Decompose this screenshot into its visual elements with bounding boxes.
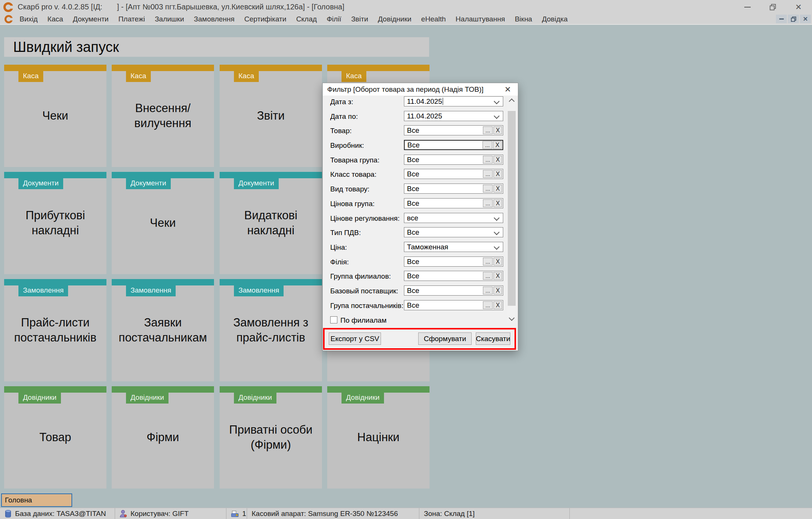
tile-natsinky[interactable]: Націнки Довідники (327, 386, 430, 489)
ellipsis-button[interactable]: ... (483, 185, 493, 193)
clear-button[interactable]: X (493, 258, 502, 266)
scrollbar-thumb[interactable] (508, 111, 516, 306)
mdi-restore-button[interactable] (788, 15, 799, 23)
minimize-button[interactable] (735, 1, 760, 14)
ellipsis-button[interactable]: ... (483, 199, 493, 207)
field-value: 11.04.2025 (407, 112, 442, 120)
tile-zamovlennya-z-prays-lystiv[interactable]: Замовлення з прайс-листів Замовлення (220, 279, 322, 381)
field-label-hrupa-postachalnykiv: Група постачальників: (330, 302, 404, 310)
field-vyrobnyk[interactable]: Все...X (404, 140, 503, 150)
ellipsis-button[interactable]: ... (483, 272, 493, 280)
ellipsis-button[interactable]: ... (483, 170, 493, 178)
clear-button[interactable]: X (493, 170, 502, 178)
tile-firmy[interactable]: Фірми Довідники (112, 386, 214, 489)
menu-item-kasa[interactable]: Каса (47, 15, 63, 23)
field-tovarna-hrupa[interactable]: Все...X (404, 155, 503, 165)
menu-item-ehealth[interactable]: eHealth (421, 15, 446, 23)
ellipsis-button[interactable]: ... (483, 301, 493, 309)
mdi-minimize-button[interactable] (776, 15, 787, 23)
database-icon (5, 510, 12, 518)
clear-button[interactable]: X (493, 126, 502, 134)
tile-vnesennya-vyluchennya[interactable]: Внесення/вилучення Каса (112, 65, 214, 167)
menu-item-dovidka[interactable]: Довідка (542, 15, 568, 23)
tile-category-tag: Каса (18, 71, 43, 82)
status-count-text: 1 (242, 510, 246, 518)
menu-item-dovidnyky[interactable]: Довідники (378, 15, 411, 23)
field-data-po[interactable]: 11.04.2025 (404, 111, 503, 121)
tile-prybutkovi-nakladni[interactable]: Прибуткові накладні Документи (4, 172, 106, 274)
app-logo-icon (3, 2, 13, 12)
ellipsis-button[interactable]: ... (483, 126, 493, 134)
field-value: Все (407, 228, 419, 237)
status-user-text: Користувач: GIFT (131, 510, 189, 518)
po-filialam-checkbox[interactable] (330, 316, 337, 323)
field-tsinova-hrupa[interactable]: Все...X (404, 198, 503, 208)
menu-item-zalyshky[interactable]: Залишки (155, 15, 184, 23)
field-vyd-tovaru[interactable]: Все...X (404, 184, 503, 194)
ellipsis-button[interactable]: ... (483, 141, 492, 149)
field-value: Все (404, 301, 482, 310)
tile-vydatkovi-nakladni[interactable]: Видаткові накладні Документи (220, 172, 322, 274)
field-typ-pdv[interactable]: Все (404, 227, 503, 237)
field-hrupa-postachalnykiv[interactable]: Все...X (404, 300, 503, 310)
scroll-up-button[interactable] (507, 96, 516, 105)
clear-button[interactable]: X (493, 141, 502, 149)
app-window: Скарб pro v. 4.0.2.85 [ІД: ] - [Апт №003… (0, 0, 812, 519)
generate-button[interactable]: Сформувати (418, 332, 472, 345)
chevron-down-icon[interactable] (494, 244, 500, 250)
field-filiya[interactable]: Все...X (404, 256, 503, 267)
field-data-z[interactable]: 11.04.2025 (404, 96, 503, 106)
menu-item-vykhid[interactable]: Вихід (20, 15, 38, 23)
menu-item-sklad[interactable]: Склад (296, 15, 317, 23)
field-hruppa-fylyalov[interactable]: Все...X (404, 271, 503, 281)
field-bazovyy-postavshchyk[interactable]: Все...X (404, 285, 503, 296)
scroll-down-button[interactable] (507, 314, 516, 323)
close-button[interactable]: ✕ (786, 1, 811, 14)
field-label-vyd-tovaru: Вид товару: (330, 185, 369, 193)
field-tovar[interactable]: Все...X (404, 125, 503, 135)
menu-item-nalashtuvannya[interactable]: Налаштування (455, 15, 505, 23)
restore-button[interactable] (760, 1, 786, 14)
clear-button[interactable]: X (493, 301, 502, 309)
tile-tovar[interactable]: Товар Довідники (4, 386, 106, 489)
cancel-button[interactable]: Скасувати (476, 332, 510, 345)
tile-zayavky-postachalnykam[interactable]: Заявки постачальникам Замовлення (112, 279, 214, 381)
chevron-down-icon[interactable] (494, 113, 500, 119)
tile-zvity[interactable]: Звіти Каса (220, 65, 322, 167)
tab-holovna[interactable]: Головна (1, 493, 72, 507)
tile-pryvatni-osoby[interactable]: Приватні особи (Фірми) Довідники (220, 386, 322, 489)
clear-button[interactable]: X (493, 185, 502, 193)
menu-item-vikna[interactable]: Вікна (515, 15, 532, 23)
menu-item-zvity[interactable]: Звіти (351, 15, 368, 23)
menu-item-zamovlennya[interactable]: Замовлення (194, 15, 234, 23)
tile-cheky-kasa[interactable]: Чеки Каса (4, 65, 106, 167)
dialog-close-button[interactable]: ✕ (502, 84, 513, 95)
chevron-down-icon[interactable] (494, 229, 500, 235)
menu-item-filii[interactable]: Філії (326, 15, 341, 23)
field-value: Таможенная (407, 243, 448, 251)
ellipsis-button[interactable]: ... (483, 258, 493, 266)
menu-item-platezhi[interactable]: Платежі (118, 15, 145, 23)
chevron-down-icon[interactable] (494, 215, 500, 221)
chevron-down-icon[interactable] (494, 99, 500, 105)
clear-button[interactable]: X (493, 287, 502, 294)
menu-item-sertyfikaty[interactable]: Сертифікати (244, 15, 287, 23)
tile-cheky-dokumenty[interactable]: Чеки Документи (112, 172, 214, 274)
menu-item-dokumenty[interactable]: Документи (73, 15, 109, 23)
export-csv-button[interactable]: Експорт у CSV (329, 332, 381, 345)
field-klass-tovara[interactable]: Все...X (404, 169, 503, 179)
dialog-title-bar[interactable]: Фильтр [Оборот товара за период (Надія Т… (323, 83, 518, 96)
clear-button[interactable]: X (493, 199, 502, 207)
mdi-close-icon: ✕ (803, 16, 808, 22)
tile-prays-lysty-postachalnykiv[interactable]: Прайс-листи постачальників Замовлення (4, 279, 106, 381)
field-tsinove-rehulyuvannya[interactable]: все (404, 213, 503, 223)
dialog-scrollbar[interactable] (507, 96, 516, 323)
ellipsis-button[interactable]: ... (483, 156, 493, 164)
clear-button[interactable]: X (493, 272, 502, 280)
field-tsina[interactable]: Таможенная (404, 242, 503, 252)
clear-button[interactable]: X (493, 156, 502, 164)
mdi-close-button[interactable]: ✕ (800, 15, 811, 23)
ellipsis-button[interactable]: ... (483, 287, 493, 294)
status-database: База даних: TASA3@TITAN (0, 508, 115, 519)
status-cash-register: Касовий апарат: Samsung ER-350 №123456 (247, 508, 419, 519)
